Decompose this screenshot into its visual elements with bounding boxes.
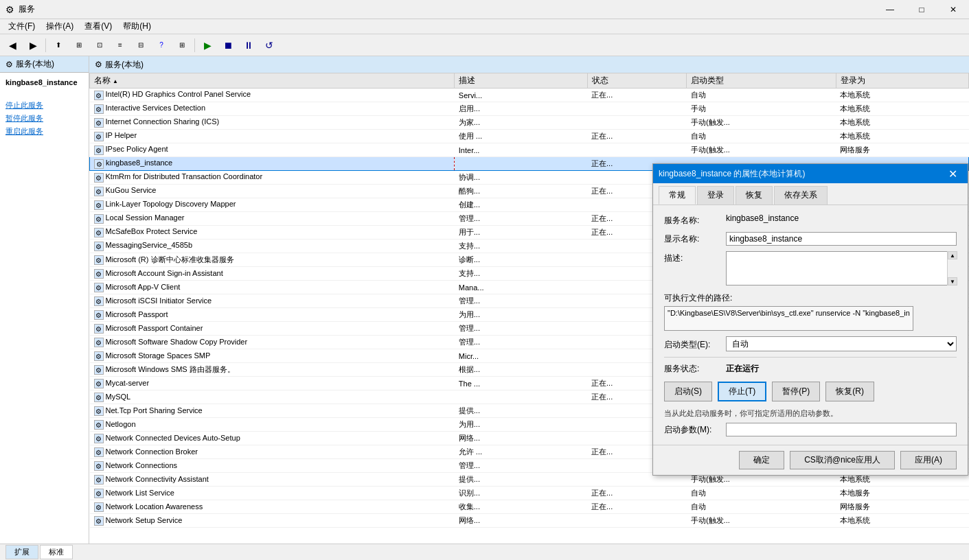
service-icon: ⚙ bbox=[94, 502, 104, 512]
toolbar-show-hide[interactable]: ⊞ bbox=[69, 36, 89, 54]
table-row[interactable]: ⚙IP Helper使用 ...正在...自动本地系统 bbox=[90, 130, 969, 143]
cell-desc: Mana... bbox=[455, 281, 587, 294]
btn-start[interactable]: 启动(S) bbox=[664, 382, 712, 401]
service-icon: ⚙ bbox=[94, 269, 104, 279]
menu-view[interactable]: 查看(V) bbox=[79, 19, 117, 34]
toolbar-stop[interactable]: ⏹ bbox=[218, 36, 238, 54]
minimize-button[interactable]: — bbox=[874, 0, 906, 19]
col-header-name[interactable]: 名称▲ bbox=[90, 73, 455, 89]
service-icon: ⚙ bbox=[94, 461, 104, 471]
param-input[interactable] bbox=[726, 423, 957, 436]
btn-resume[interactable]: 恢复(R) bbox=[825, 382, 874, 401]
table-header-row: 名称▲ 描述 状态 启动类型 登录为 bbox=[90, 73, 969, 89]
tab-extended[interactable]: 扩展 bbox=[5, 545, 38, 559]
table-row[interactable]: ⚙Network Location Awareness收集...正在...自动网… bbox=[90, 500, 969, 514]
desc-scroll-down[interactable]: ▼ bbox=[948, 277, 957, 285]
cell-service-name: ⚙Microsoft Software Shadow Copy Provider bbox=[90, 336, 455, 349]
service-icon: ⚙ bbox=[94, 338, 104, 347]
cell-desc: 根据... bbox=[455, 363, 587, 377]
cell-service-name: ⚙Microsoft Passport bbox=[90, 308, 455, 322]
menu-file[interactable]: 文件(F) bbox=[3, 19, 41, 34]
btn-ok[interactable]: 确定 bbox=[739, 451, 784, 469]
col-header-desc[interactable]: 描述 bbox=[455, 73, 587, 89]
service-icon: ⚙ bbox=[94, 283, 104, 292]
cell-logon: 本地系统 bbox=[836, 130, 968, 143]
window-icon: ⚙ bbox=[5, 4, 14, 15]
cell-service-name: ⚙Microsoft (R) 诊断中心标准收集器服务 bbox=[90, 253, 455, 267]
cell-desc: 酷狗... bbox=[455, 185, 587, 198]
btn-stop[interactable]: 停止(T) bbox=[718, 382, 766, 401]
toolbar-pause[interactable]: ⏸ bbox=[239, 36, 258, 54]
dialog-tab-general[interactable]: 常规 bbox=[659, 186, 696, 205]
cell-desc: 识别... bbox=[455, 487, 587, 500]
cell-service-name: ⚙Internet Connection Sharing (ICS) bbox=[90, 116, 455, 130]
cell-service-name: ⚙Network Connection Broker bbox=[90, 445, 455, 459]
toolbar-help[interactable]: ? bbox=[152, 36, 171, 54]
maximize-button[interactable]: □ bbox=[906, 0, 937, 19]
toolbar-details[interactable]: ⊟ bbox=[131, 36, 150, 54]
service-icon: ⚙ bbox=[94, 475, 104, 485]
table-row[interactable]: ⚙Internet Connection Sharing (ICS)为家...手… bbox=[90, 116, 969, 130]
table-row[interactable]: ⚙Interactive Services Detection启用...手动本地… bbox=[90, 102, 969, 116]
cell-service-name: ⚙Local Session Manager bbox=[90, 212, 455, 226]
tab-standard[interactable]: 标准 bbox=[40, 545, 73, 559]
table-row[interactable]: ⚙Network Setup Service网络...手动(触发...本地系统 bbox=[90, 514, 969, 528]
properties-dialog: kingbase8_instance 的属性(本地计算机) ✕ 常规 登录 恢复… bbox=[652, 163, 968, 476]
cell-service-name: ⚙Network Location Awareness bbox=[90, 500, 455, 514]
service-icon: ⚙ bbox=[94, 393, 104, 402]
cell-service-name: ⚙kingbase8_instance bbox=[90, 157, 455, 171]
table-row[interactable]: ⚙Intel(R) HD Graphics Control Panel Serv… bbox=[90, 89, 969, 102]
close-button[interactable]: ✕ bbox=[937, 0, 969, 19]
cell-startup: 自动 bbox=[687, 130, 836, 143]
service-status-value: 正在运行 bbox=[726, 363, 759, 375]
toolbar-restart[interactable]: ↺ bbox=[260, 36, 279, 54]
toolbar-export[interactable]: ⊞ bbox=[172, 36, 192, 54]
desc-label: 描述: bbox=[664, 251, 726, 264]
btn-apply[interactable]: 应用(A) bbox=[900, 451, 957, 469]
action-pause[interactable]: 暂停此服务 bbox=[5, 113, 83, 124]
toolbar-icon[interactable]: ⊡ bbox=[90, 36, 109, 54]
nav-icon: ⚙ bbox=[5, 60, 13, 69]
dialog-tab-dependencies[interactable]: 依存关系 bbox=[774, 186, 828, 205]
cell-desc: 为用... bbox=[455, 418, 587, 432]
col-header-logon[interactable]: 登录为 bbox=[836, 73, 968, 89]
table-row[interactable]: ⚙IPsec Policy AgentInter...手动(触发...网络服务 bbox=[90, 143, 969, 157]
table-row[interactable]: ⚙Network List Service识别...正在...自动本地服务 bbox=[90, 487, 969, 500]
cell-startup: 自动 bbox=[687, 487, 836, 500]
cell-service-name: ⚙Network List Service bbox=[90, 487, 455, 500]
btn-pause[interactable]: 暂停(P) bbox=[772, 382, 820, 401]
desc-input[interactable] bbox=[726, 251, 957, 285]
window-controls: — □ ✕ bbox=[874, 0, 969, 19]
dialog-tab-recovery[interactable]: 恢复 bbox=[736, 186, 773, 205]
toolbar-forward[interactable]: ▶ bbox=[23, 36, 43, 54]
services-header-bar: ⚙ 服务(本地) bbox=[89, 56, 969, 73]
dialog-tab-logon[interactable]: 登录 bbox=[697, 186, 734, 205]
cell-desc: 网络... bbox=[455, 514, 587, 528]
service-status-row: 服务状态: 正在运行 bbox=[664, 363, 957, 375]
dialog-title-text: kingbase8_instance 的属性(本地计算机) bbox=[659, 168, 805, 180]
menu-action[interactable]: 操作(A) bbox=[41, 19, 79, 34]
action-stop[interactable]: 停止此服务 bbox=[5, 100, 83, 110]
desc-scroll-up[interactable]: ▲ bbox=[948, 251, 957, 259]
toolbar-play[interactable]: ▶ bbox=[198, 36, 217, 54]
menu-help[interactable]: 帮助(H) bbox=[117, 19, 157, 34]
toolbar-back[interactable]: ◀ bbox=[3, 36, 22, 54]
cell-desc: 启用... bbox=[455, 102, 587, 116]
toolbar-list[interactable]: ≡ bbox=[111, 36, 130, 54]
toolbar-up[interactable]: ⬆ bbox=[49, 36, 68, 54]
cell-desc: 网络... bbox=[455, 432, 587, 445]
divider-1 bbox=[664, 357, 957, 358]
cell-status bbox=[587, 116, 687, 130]
col-header-startup[interactable]: 启动类型 bbox=[687, 73, 836, 89]
btn-cancel[interactable]: CS取消@nice应用人 bbox=[790, 451, 895, 469]
cell-desc: 管理... bbox=[455, 212, 587, 226]
action-restart[interactable]: 重启此服务 bbox=[5, 126, 83, 137]
cell-service-name: ⚙Network Setup Service bbox=[90, 514, 455, 528]
cell-desc: 使用 ... bbox=[455, 130, 587, 143]
desc-wrapper: ▲ ▼ bbox=[726, 251, 957, 285]
dialog-close-button[interactable]: ✕ bbox=[943, 164, 962, 183]
display-name-input[interactable] bbox=[726, 232, 957, 246]
hint-text: 当从此处启动服务时，你可指定所适用的启动参数。 bbox=[664, 408, 957, 419]
startup-type-select[interactable]: 自动 手动 禁用 bbox=[726, 336, 957, 351]
col-header-status[interactable]: 状态 bbox=[587, 73, 687, 89]
